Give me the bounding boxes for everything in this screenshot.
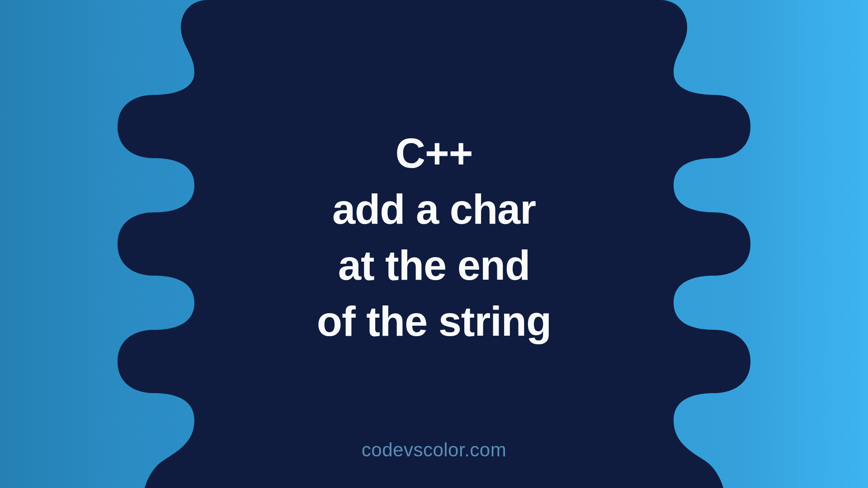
title-line-4: of the string	[317, 293, 552, 349]
content-container: C++ add a char at the end of the string	[0, 0, 868, 488]
title-line-1: C++	[317, 125, 552, 181]
footer-credit: codevscolor.com	[0, 439, 868, 461]
main-title: C++ add a char at the end of the string	[317, 125, 552, 350]
title-line-3: at the end	[317, 237, 552, 293]
title-line-2: add a char	[317, 181, 552, 237]
